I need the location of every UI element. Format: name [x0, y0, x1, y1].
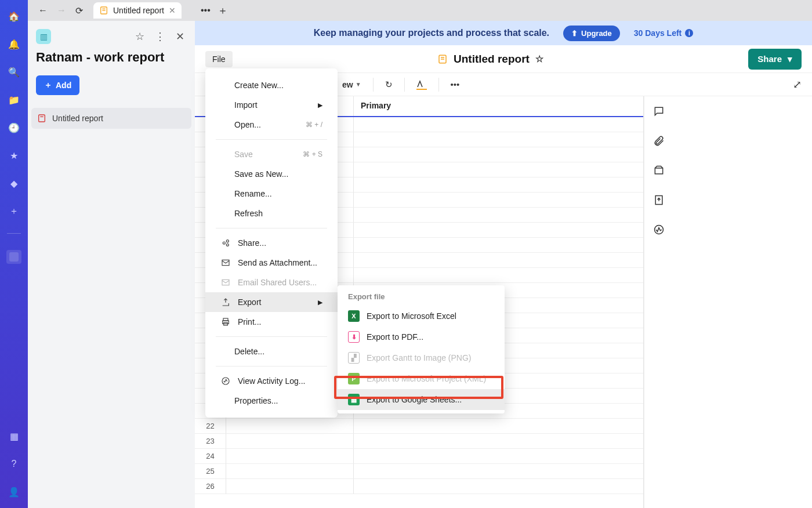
row-number: 26: [195, 479, 226, 494]
expand-icon[interactable]: ⤢: [793, 78, 802, 91]
toolbar-separator: [373, 78, 374, 92]
export-item-proj: PExport to Microsoft Project (XML): [338, 368, 505, 389]
menu-rename[interactable]: Rename...: [205, 184, 338, 204]
browser-tabbar: ← → ⟳ Untitled report ✕: [28, 0, 195, 21]
highlight-icon[interactable]: [416, 79, 427, 90]
workspace-menu-icon[interactable]: ⋮: [153, 29, 168, 44]
table-row[interactable]: 24: [195, 449, 643, 464]
more-icon[interactable]: •••: [451, 79, 460, 89]
chevron-right-icon: ▶: [318, 101, 322, 109]
export-item-label: Export to Microsoft Excel: [367, 311, 456, 321]
close-tab-icon[interactable]: ✕: [169, 6, 176, 15]
export-submenu: Export file XExport to Microsoft Excel⬇E…: [338, 285, 505, 413]
export-item-png: ▞Export Gantt to Image (PNG): [338, 347, 505, 368]
upgrade-button-label: Upgrade: [581, 29, 612, 38]
row-number: 24: [195, 449, 226, 464]
menu-open[interactable]: Open...⌘ + /: [205, 115, 338, 135]
help-icon[interactable]: ?: [8, 458, 20, 470]
menu-save-as-new[interactable]: Save as New...: [205, 164, 338, 184]
proofs-icon[interactable]: [653, 165, 665, 179]
favorite-report-icon[interactable]: ☆: [535, 53, 543, 64]
proj-icon: P: [348, 373, 360, 384]
menu-properties[interactable]: Properties...: [205, 391, 338, 411]
export-item-pdf[interactable]: ⬇Export to PDF...: [338, 326, 505, 347]
add-button[interactable]: ＋ Add: [36, 75, 79, 95]
folder-icon[interactable]: 📁: [8, 94, 20, 106]
star-icon[interactable]: ★: [8, 150, 20, 161]
project-list: Untitled report: [28, 108, 195, 129]
mail-icon: [220, 258, 231, 267]
menu-activity-log[interactable]: View Activity Log...: [205, 371, 338, 391]
export-menu-title: Export file: [338, 285, 505, 306]
menu-create-new[interactable]: Create New...: [205, 75, 338, 95]
view-button[interactable]: ew ▼: [342, 80, 361, 89]
active-app-icon[interactable]: [6, 250, 21, 264]
share-icon: [220, 238, 231, 248]
search-icon[interactable]: 🔍: [8, 66, 20, 78]
bell-icon[interactable]: 🔔: [8, 38, 20, 50]
reload-icon[interactable]: ⟳: [72, 3, 86, 19]
workspace-logo: ▥: [36, 29, 51, 44]
sidebar-item-label: Untitled report: [52, 114, 103, 123]
rail-divider: [7, 233, 21, 234]
column-header-primary[interactable]: Primary: [354, 96, 643, 116]
table-row[interactable]: 22: [195, 419, 643, 434]
back-icon[interactable]: ←: [35, 3, 51, 18]
tab-title: Untitled report: [113, 6, 164, 15]
tab-overflow-icon[interactable]: •••: [201, 5, 211, 16]
forward-icon[interactable]: →: [53, 3, 70, 18]
tabstrip-right: ••• ＋: [195, 0, 812, 21]
svg-rect-3: [39, 115, 45, 122]
menu-share[interactable]: Share...: [205, 233, 338, 253]
attachments-icon[interactable]: [653, 135, 665, 150]
home-icon[interactable]: 🏠: [8, 10, 20, 22]
row-number: 22: [195, 419, 226, 434]
png-icon: ▞: [348, 352, 360, 364]
menu-delete[interactable]: Delete...: [205, 342, 338, 361]
activity-icon[interactable]: [653, 224, 665, 238]
chevron-down-icon: ▼: [356, 81, 361, 88]
upgrade-button[interactable]: ⬆ Upgrade: [563, 26, 620, 41]
export-item-label: Export to PDF...: [367, 332, 423, 342]
svg-point-10: [654, 226, 663, 234]
chevron-right-icon: ▶: [318, 299, 322, 306]
table-row[interactable]: 26: [195, 479, 643, 494]
report-icon: [437, 54, 448, 64]
chevron-down-icon: ▾: [788, 54, 792, 64]
close-panel-icon[interactable]: ✕: [173, 29, 187, 44]
favorite-workspace-icon[interactable]: ☆: [133, 29, 147, 44]
menu-export[interactable]: Export▶: [205, 292, 338, 312]
table-row[interactable]: 25: [195, 464, 643, 479]
upgrade-banner: Keep managing your projects and process …: [195, 21, 812, 45]
share-button[interactable]: Share ▾: [748, 49, 802, 70]
gsheet-icon: ▦: [348, 394, 360, 405]
left-rail: 🏠 🔔 🔍 📁 🕘 ★ ◆ ＋ ▦ ? 👤: [0, 0, 28, 508]
refresh-icon[interactable]: ↻: [385, 79, 393, 90]
row-number: 23: [195, 434, 226, 449]
sidebar-item-untitled-report[interactable]: Untitled report: [31, 108, 191, 129]
comments-icon[interactable]: [653, 106, 665, 120]
table-row[interactable]: 23: [195, 434, 643, 449]
new-tab-icon[interactable]: ＋: [217, 3, 228, 17]
plus-icon[interactable]: ＋: [8, 205, 20, 217]
export-icon: [220, 297, 231, 307]
sidebar-panel: ← → ⟳ Untitled report ✕ ▥ ☆ ⋮ ✕ Ratnam -…: [28, 0, 195, 508]
clock-icon[interactable]: 🕘: [8, 122, 20, 133]
row-number: 25: [195, 464, 226, 479]
menu-import[interactable]: Import▶: [205, 95, 338, 115]
export-item-gsheet[interactable]: ▦Export to Google Sheets...: [338, 389, 505, 410]
menu-print[interactable]: Print...: [205, 312, 338, 332]
account-icon[interactable]: 👤: [8, 486, 20, 498]
grid-apps-icon[interactable]: ▦: [8, 430, 20, 442]
svg-rect-8: [655, 168, 662, 174]
file-menu-button[interactable]: File: [205, 51, 233, 67]
right-rail: [644, 96, 673, 508]
menu-refresh[interactable]: Refresh: [205, 204, 338, 223]
workapps-icon[interactable]: ◆: [8, 177, 20, 189]
trial-days-left[interactable]: 30 Days Left i: [634, 28, 693, 38]
pdf-icon: ⬇: [348, 331, 360, 343]
export-item-excel[interactable]: XExport to Microsoft Excel: [338, 306, 505, 326]
menu-send-attachment[interactable]: Send as Attachment...: [205, 253, 338, 273]
publish-icon[interactable]: [653, 194, 665, 209]
tab-untitled-report[interactable]: Untitled report ✕: [93, 2, 182, 19]
